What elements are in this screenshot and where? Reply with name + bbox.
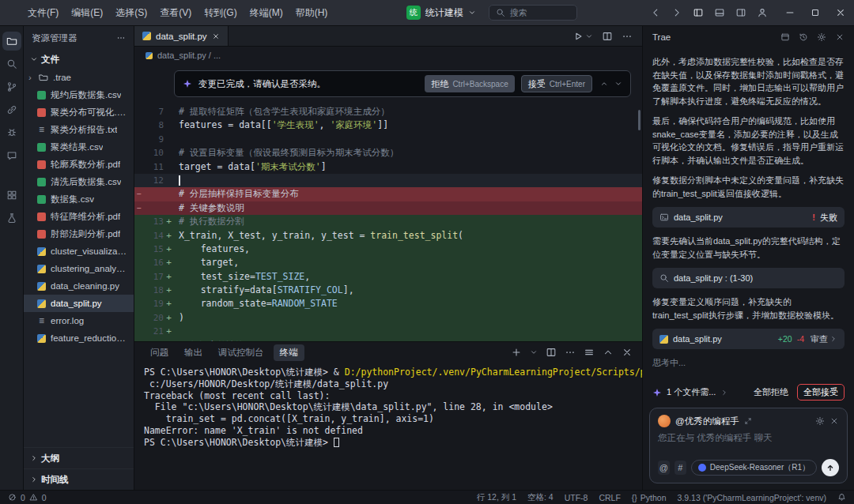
code-editor[interactable]: 变更已完成，请确认是否采纳。 拒绝 Ctrl+Backspace 接受 Ctrl… — [134, 64, 642, 341]
code-line[interactable]: 22+# 数据完整性校验 — [134, 339, 642, 341]
review-button[interactable]: 审查 — [811, 333, 837, 345]
python-interpreter[interactable]: 3.9.13 ('PyCharmLearningProject': venv) — [678, 493, 826, 502]
file-item[interactable]: 聚类分布可视化.p... — [24, 103, 134, 121]
run-button[interactable] — [572, 31, 593, 42]
maximize-panel-icon[interactable] — [603, 347, 614, 358]
menu-item[interactable]: 编辑(E) — [66, 4, 108, 22]
file-item[interactable]: 清洗后数据集.csv — [24, 173, 134, 190]
expand-chat-icon[interactable] — [744, 417, 752, 425]
notifications-icon[interactable] — [837, 493, 846, 502]
code-line[interactable]: 21+ — [134, 325, 642, 338]
global-search[interactable]: 搜索 — [489, 5, 577, 21]
send-button[interactable] — [822, 459, 839, 476]
terminal-content[interactable]: PS C:\Users\HONOR\Desktop\统计建模> & D:/pyt… — [134, 363, 642, 490]
toggle-secondary-sidebar-icon[interactable] — [735, 7, 746, 18]
open-in-window-icon[interactable] — [780, 32, 790, 42]
search-activity-icon[interactable] — [2, 55, 21, 73]
history-icon[interactable] — [799, 32, 808, 42]
chat-input-box[interactable]: @优秀的编程手 您正在与 优秀的编程手 聊天 @ # DeepSeek-Reas… — [649, 408, 848, 483]
settings-icon[interactable] — [817, 32, 826, 42]
code-line[interactable]: 11target = data['期末考试分数'] — [134, 160, 642, 174]
code-line[interactable]: 13+# 执行数据分割 — [134, 215, 642, 228]
close-window-icon[interactable] — [835, 7, 846, 18]
file-card-failed[interactable]: data_split.py ! 失败 — [652, 207, 845, 228]
experiments-icon[interactable] — [2, 209, 21, 228]
file-item[interactable]: 特征降维分析.pdf — [24, 208, 134, 225]
more-actions-icon[interactable] — [116, 33, 126, 43]
file-item[interactable]: 肘部法则分析.pdf — [24, 225, 134, 243]
problems-indicator[interactable]: 0 0 — [8, 493, 47, 502]
previous-change-icon[interactable] — [600, 80, 608, 88]
file-item[interactable]: 数据集.csv — [24, 190, 134, 208]
split-editor-icon[interactable] — [602, 31, 613, 42]
file-item[interactable]: 聚类结果.csv — [24, 138, 134, 156]
close-tab-icon[interactable] — [212, 32, 220, 40]
reject-all-button[interactable]: 全部拒绝 — [750, 384, 792, 401]
menu-item[interactable]: 转到(G) — [198, 4, 242, 22]
file-item[interactable]: cluster_visualizati... — [24, 243, 134, 260]
close-panel-icon[interactable] — [622, 347, 633, 358]
file-card-range[interactable]: data_split.py : (1-30) — [652, 268, 845, 288]
file-item[interactable]: 轮廓系数分析.pdf — [24, 156, 134, 173]
code-line[interactable]: −# 关键参数说明 — [134, 201, 642, 215]
code-line[interactable]: 10# 设置目标变量（假设最终预测目标为期末考试分数） — [134, 146, 642, 160]
maximize-icon[interactable] — [810, 7, 821, 18]
language-mode[interactable]: {} Python — [632, 493, 667, 502]
terminal-dropdown-icon[interactable] — [530, 348, 538, 356]
account-icon[interactable] — [757, 7, 768, 18]
code-line[interactable]: 8features = data[['学生表现', '家庭环境']] — [134, 118, 642, 132]
back-icon[interactable] — [650, 7, 661, 18]
editor-scrollbar[interactable] — [638, 110, 640, 130]
file-item[interactable]: feature_reduction... — [24, 329, 134, 347]
encoding[interactable]: UTF-8 — [565, 493, 588, 502]
outline-section-header[interactable]: 大纲 — [24, 447, 134, 468]
panel-tab-problems[interactable]: 问题 — [144, 344, 175, 361]
code-line[interactable]: 15+ features, — [134, 243, 642, 256]
forward-icon[interactable] — [671, 7, 682, 18]
split-terminal-icon[interactable] — [546, 347, 557, 358]
panel-tab-debug-console[interactable]: 调试控制台 — [212, 344, 270, 361]
code-line[interactable]: 18+ stratify=data[STRATIFY_COL], — [134, 284, 642, 297]
chat-icon[interactable] — [2, 146, 21, 165]
expand-changes-icon[interactable] — [720, 389, 728, 397]
files-section-header[interactable]: 文件 — [24, 50, 134, 69]
tab-data-split[interactable]: data_split.py — [134, 26, 229, 46]
file-item[interactable]: ›.trae — [24, 69, 134, 86]
menu-item[interactable]: 帮助(H) — [290, 4, 334, 22]
code-line[interactable]: 16+ target, — [134, 256, 642, 269]
chat-message-input[interactable]: 您正在与 优秀的编程手 聊天 — [658, 432, 839, 454]
extensions-icon[interactable] — [2, 186, 21, 205]
panel-tab-output[interactable]: 输出 — [178, 344, 209, 361]
project-selector[interactable]: 统 统计建模 — [406, 6, 476, 20]
code-line[interactable]: 17+ test_size=TEST_SIZE, — [134, 270, 642, 284]
toggle-sidebar-icon[interactable] — [693, 7, 704, 18]
panel-layout-icon[interactable] — [584, 347, 595, 358]
new-terminal-icon[interactable] — [511, 347, 522, 358]
file-item[interactable]: 规约后数据集.csv — [24, 86, 134, 103]
accept-all-button[interactable]: 全部接受 — [797, 384, 845, 401]
menu-item[interactable]: 文件(F) — [22, 4, 64, 22]
cursor-position[interactable]: 行 12, 列 1 — [477, 492, 516, 503]
close-panel-icon[interactable] — [835, 32, 845, 42]
toggle-panel-icon[interactable] — [714, 7, 725, 18]
more-panel-actions-icon[interactable] — [565, 347, 576, 358]
debug-icon[interactable] — [2, 123, 21, 142]
menu-item[interactable]: 终端(M) — [244, 4, 289, 22]
next-change-icon[interactable] — [614, 80, 622, 88]
more-editor-actions-icon[interactable] — [622, 31, 633, 42]
breadcrumb[interactable]: data_split.py / ... — [134, 47, 642, 64]
file-item[interactable]: data_cleaning.py — [24, 277, 134, 295]
mention-button[interactable]: @ — [658, 461, 670, 475]
panel-tab-terminal[interactable]: 终端 — [274, 344, 304, 361]
code-line[interactable]: 9 — [134, 133, 642, 146]
code-line[interactable]: 12 — [134, 174, 642, 187]
code-line[interactable]: 14+X_train, X_test, y_train, y_test = tr… — [134, 229, 642, 243]
file-item[interactable]: ≡error.log — [24, 312, 134, 329]
remote-icon[interactable] — [2, 100, 21, 119]
accept-changes-button[interactable]: 接受 Ctrl+Enter — [521, 75, 592, 92]
timeline-section-header[interactable]: 时间线 — [24, 468, 134, 490]
eol-sequence[interactable]: CRLF — [599, 493, 620, 502]
code-line[interactable]: 7# 提取特征矩阵（包含学生表现和家庭环境主成分） — [134, 105, 642, 118]
file-card-diff[interactable]: data_split.py +20 -4 审查 — [652, 329, 845, 349]
menu-item[interactable]: 选择(S) — [110, 4, 153, 22]
